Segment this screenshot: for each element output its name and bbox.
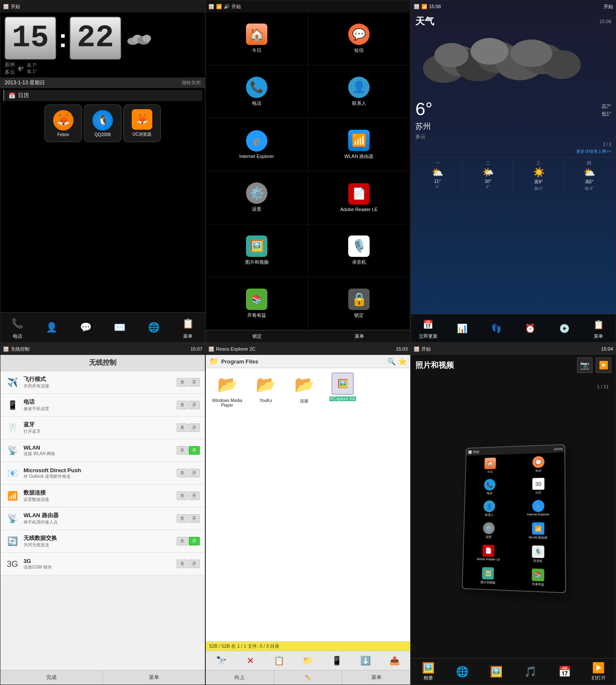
data-off-btn-p4[interactable]: 关 — [177, 491, 188, 500]
photos-dock-web[interactable]: 🌐 — [445, 658, 480, 685]
wifi-item-bluetooth: 🦷 蓝牙 打开蓝牙 关 开 — [0, 417, 205, 439]
photos-dock-calendar[interactable]: 📅 — [548, 658, 582, 685]
airplane-toggle[interactable]: 关 开 — [177, 378, 200, 387]
weather-dock-clock[interactable]: ⏰ — [513, 314, 548, 342]
dock-msg[interactable]: 💬 — [68, 313, 103, 342]
menu-dock-lock[interactable]: 锁定 — [206, 331, 308, 342]
push-on-btn[interactable]: 开 — [189, 469, 200, 477]
video-icon[interactable]: ▶️ — [596, 357, 611, 373]
file-item-youku[interactable]: 📂 YouKu — [249, 372, 283, 408]
phone-label-ie: Internet Explorer — [527, 513, 550, 516]
data-on-btn-p4[interactable]: 开 — [189, 491, 200, 500]
file-item-connect[interactable]: 📂 连接 — [287, 372, 321, 408]
menu-dock-menu[interactable]: 菜单 — [308, 331, 410, 342]
exp-btn-copy[interactable]: 📋 — [271, 653, 288, 668]
menu-item-jinri[interactable]: 🏠 今日 — [206, 12, 308, 66]
phone-icon-p2: 📞 — [246, 77, 267, 98]
dock-menu-p1[interactable]: 📋 菜单 — [171, 313, 205, 342]
fetion-app[interactable]: 🦊 Fetion — [44, 104, 82, 142]
wlan-on-btn-p4[interactable]: 开 — [189, 446, 200, 455]
phone-off-btn-p4[interactable]: 关 — [177, 401, 188, 409]
bluetooth-toggle[interactable]: 关 开 — [177, 423, 200, 432]
page-num-overlay: 1 / 11 — [597, 384, 609, 389]
dock-mail[interactable]: ✉️ — [103, 313, 137, 342]
3g-toggle[interactable]: 关 开 — [177, 560, 200, 568]
photos-dock-album[interactable]: 🖼️ 相册 — [411, 658, 445, 685]
dock-web[interactable]: 🌐 — [137, 313, 171, 342]
menu-item-settings[interactable]: ⚙️ 设置 — [206, 171, 308, 224]
menu-item-wlan[interactable]: 📶 WLAN 路由器 — [308, 118, 410, 171]
3g-off-btn[interactable]: 关 — [177, 560, 188, 568]
weather-more-link[interactable]: 更多详情请上网>> — [411, 149, 616, 157]
exchange-icon: 🔄 — [6, 534, 19, 548]
forecast-high-4: 高5° — [585, 179, 594, 185]
panel4-done-btn[interactable]: 完成 — [0, 670, 103, 685]
exchange-on-btn[interactable]: 开 — [189, 537, 200, 545]
weather-dock-menu[interactable]: 📋 菜单 — [581, 314, 616, 342]
dock-contact[interactable]: 👤 — [35, 313, 69, 342]
airplane-off-btn[interactable]: 关 — [177, 378, 188, 387]
menu-item-lock[interactable]: 🔒 锁定 — [308, 277, 410, 330]
menu-label-lock: 锁定 — [354, 312, 364, 319]
panel4-menu-btn[interactable]: 菜单 — [103, 670, 205, 685]
push-text: Microsoft Direct Push 对 Outlook 使用邮件推送 — [24, 467, 172, 480]
exp-btn-delete[interactable]: ✕ — [242, 653, 259, 668]
exp-btn-phone[interactable]: 📱 — [328, 653, 345, 668]
bluetooth-on-btn[interactable]: 开 — [189, 423, 200, 432]
wlan-toggle-p4[interactable]: 关 开 — [177, 446, 200, 455]
photos-dock-slideshow[interactable]: ▶️ 幻灯片 — [581, 658, 616, 685]
panel5-up-btn[interactable]: 向上 — [206, 670, 274, 685]
explorer-search-icon[interactable]: 🔍 — [387, 357, 396, 366]
3g-on-btn[interactable]: 开 — [189, 560, 200, 568]
wlan-off-btn-p4[interactable]: 关 — [177, 446, 188, 455]
photos-dock-img2[interactable]: 🖼️ — [479, 658, 513, 685]
ie-icon-p2: ℯ — [246, 130, 267, 152]
bluetooth-desc: 打开蓝牙 — [24, 429, 172, 435]
menu-item-photos[interactable]: 🖼️ 图片和视频 — [206, 224, 308, 277]
3g-desc: 连接GSM 模块 — [24, 564, 172, 570]
weather-dock-foot[interactable]: 👣 — [479, 314, 513, 342]
exp-btn-search[interactable]: 🔭 — [213, 653, 230, 668]
photos-time: 15:04 — [601, 346, 613, 351]
data-toggle-p4[interactable]: 关 开 — [177, 491, 200, 500]
weather-dock-disc[interactable]: 💿 — [548, 314, 582, 342]
bluetooth-off-btn[interactable]: 关 — [177, 423, 188, 432]
menu-item-contact[interactable]: 👤 联系人 — [308, 66, 410, 119]
photos-dock-music[interactable]: 🎵 — [513, 658, 548, 685]
menu-item-phone[interactable]: 📞 电话 — [206, 66, 308, 119]
file-item-wmp[interactable]: 📂 Windows Media Player — [210, 372, 244, 408]
panel5-menu-btn[interactable]: 菜单 — [342, 670, 410, 685]
dock-phone[interactable]: 📞 电话 — [0, 313, 35, 342]
panel5-edit-btn[interactable]: ✏️ — [274, 670, 343, 685]
push-off-btn[interactable]: 关 — [177, 469, 188, 477]
wifi-item-airplane: ✈️ 飞行模式 关闭所有连接 关 开 — [0, 371, 205, 394]
router-toggle-p4[interactable]: 关 开 — [177, 514, 200, 523]
exchange-off-btn[interactable]: 关 — [177, 537, 188, 545]
router-off-btn-p4[interactable]: 关 — [177, 514, 188, 523]
menu-item-sms[interactable]: 💬 短信 — [308, 12, 410, 66]
exp-btn-folder[interactable]: 📁 — [299, 653, 317, 668]
uc-label: UC浏览器 — [133, 131, 151, 137]
file-item-rcapture[interactable]: 🖼️ RCapture.lnk — [326, 372, 360, 408]
exp-btn-download[interactable]: ⬇️ — [357, 653, 374, 668]
explorer-star-icon[interactable]: ⭐ — [398, 357, 407, 366]
menu-dock-lock-label: 锁定 — [252, 333, 262, 340]
weather-dock-update[interactable]: 📅 立即更新 — [411, 314, 445, 342]
menu-item-adobe[interactable]: 📄 Adobe Reader LE — [308, 171, 410, 224]
phone-on-btn-p4[interactable]: 开 — [189, 401, 200, 409]
uc-app[interactable]: 🦊 UC浏览器 — [123, 104, 161, 142]
exchange-toggle[interactable]: 关 开 — [177, 537, 200, 545]
menu-item-ie[interactable]: ℯ Internet Explorer — [206, 118, 308, 171]
dock-contact-icon: 👤 — [43, 319, 60, 336]
menu-item-kairoll[interactable]: 📚 开卷有益 — [206, 277, 308, 330]
push-toggle[interactable]: 关 开 — [177, 469, 200, 477]
settings-icon-p2: ⚙️ — [246, 182, 267, 204]
menu-item-mic[interactable]: 🎙️ 录音机 — [308, 224, 410, 277]
exp-btn-upload[interactable]: 📤 — [386, 653, 403, 668]
weather-dock-chart[interactable]: 📊 — [445, 314, 480, 342]
phone-toggle-p4[interactable]: 关 开 — [177, 401, 200, 409]
qq-app[interactable]: 🐧 QQ2008 — [84, 104, 121, 142]
camera-icon[interactable]: 📷 — [577, 357, 592, 373]
airplane-on-btn[interactable]: 开 — [189, 378, 200, 387]
router-on-btn-p4[interactable]: 开 — [189, 514, 200, 523]
